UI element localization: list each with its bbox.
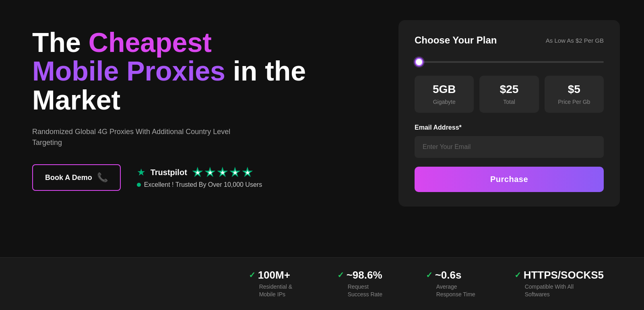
plan-card-ppg-label: Price Per Gb [558, 99, 590, 105]
plan-cards: 5GB Gigabyte $25 Total $5 Price Per Gb [415, 76, 604, 113]
plan-card-total-label: Total [503, 99, 515, 105]
slider-container [415, 57, 604, 64]
trustpilot-stars: ★ ★ ★ ★ ★ [192, 167, 253, 178]
stat-residential-label: Residential &Mobile IPs [249, 283, 313, 299]
book-demo-button[interactable]: Book A Demo 📞 [32, 164, 121, 191]
stats-bar: ✓ 100M+ Residential &Mobile IPs ✓ ~98.6%… [0, 257, 644, 310]
plan-card-price-per-gb: $5 Price Per Gb [545, 76, 604, 113]
email-input[interactable] [415, 136, 604, 158]
star-4: ★ [229, 167, 241, 178]
check-icon-2: ✓ [337, 270, 344, 280]
trustpilot-top: ★ Trustpilot ★ ★ ★ ★ ★ [137, 167, 262, 178]
plan-card-gigabyte: 5GB Gigabyte [415, 76, 474, 113]
book-demo-label: Book A Demo [45, 174, 92, 182]
check-icon-4: ✓ [514, 270, 521, 280]
star-5: ★ [242, 167, 253, 178]
stat-protocols-value: ✓ HTTPS/SOCKS5 [514, 269, 604, 281]
star-1: ★ [192, 167, 203, 178]
stat-success-rate-label: RequestSuccess Rate [337, 283, 402, 299]
trustpilot-star-icon: ★ [137, 167, 146, 178]
stat-residential-value: ✓ 100M+ [249, 269, 313, 281]
page-wrapper: The Cheapest Mobile Proxies in the Marke… [0, 0, 644, 310]
stat-residential: ✓ 100M+ Residential &Mobile IPs [249, 269, 313, 299]
check-icon-1: ✓ [249, 270, 256, 280]
stat-success-rate-number: ~98.6% [347, 269, 382, 281]
plan-card-ppg-value: $5 [550, 83, 598, 96]
trustpilot-name: Trustpilot [151, 168, 187, 177]
stat-success-rate-value: ✓ ~98.6% [337, 269, 402, 281]
check-icon-3: ✓ [426, 270, 433, 280]
right-panel: Choose Your Plan As Low As $2 Per GB 5GB… [398, 20, 620, 207]
plan-card-total-value: $25 [485, 83, 533, 96]
star-2: ★ [204, 167, 216, 178]
purchase-button[interactable]: Purchase [415, 167, 604, 192]
main-content: The Cheapest Mobile Proxies in the Marke… [0, 0, 644, 257]
stat-protocols-text: HTTPS/SOCKS5 [524, 269, 604, 281]
purchase-label: Purchase [490, 175, 528, 184]
price-note: As Low As $2 Per GB [546, 37, 604, 44]
trustpilot-review: Excellent ! Trusted By Over 10,000 Users [137, 181, 262, 188]
stat-success-rate: ✓ ~98.6% RequestSuccess Rate [337, 269, 402, 299]
plan-slider[interactable] [415, 61, 604, 63]
stat-residential-number: 100M+ [258, 269, 290, 281]
star-3: ★ [217, 167, 228, 178]
stat-response-time-value: ✓ ~0.6s [426, 269, 490, 281]
headline-cheapest: Cheapest [89, 27, 212, 58]
subtitle: Randomized Global 4G Proxies With Additi… [32, 126, 242, 148]
email-label: Email Address* [415, 124, 604, 131]
trustpilot-block: ★ Trustpilot ★ ★ ★ ★ ★ Excellent ! Trust… [137, 167, 262, 188]
plan-card-total: $25 Total [479, 76, 539, 113]
cta-row: Book A Demo 📞 ★ Trustpilot ★ ★ ★ ★ ★ [32, 164, 374, 191]
plan-card-gb-value: 5GB [420, 83, 468, 96]
trustpilot-review-text: Excellent ! Trusted By Over 10,000 Users [144, 181, 262, 188]
plan-header: Choose Your Plan As Low As $2 Per GB [415, 35, 604, 46]
left-panel: The Cheapest Mobile Proxies in the Marke… [32, 20, 374, 199]
stat-response-time-number: ~0.6s [435, 269, 462, 281]
stat-protocols: ✓ HTTPS/SOCKS5 Compatible With AllSoftwa… [514, 269, 604, 299]
plan-title: Choose Your Plan [415, 35, 497, 46]
phone-icon: 📞 [97, 172, 108, 183]
stat-response-time: ✓ ~0.6s AverageResponse Time [426, 269, 490, 299]
headline-the: The [32, 27, 89, 58]
stat-response-time-label: AverageResponse Time [426, 283, 490, 299]
headline: The Cheapest Mobile Proxies in the Marke… [32, 28, 374, 114]
headline-mobile-proxies: Mobile Proxies [32, 56, 225, 86]
green-dot-icon [137, 183, 141, 187]
plan-card-gb-label: Gigabyte [433, 99, 456, 105]
stat-protocols-label: Compatible With AllSoftwares [514, 283, 604, 299]
